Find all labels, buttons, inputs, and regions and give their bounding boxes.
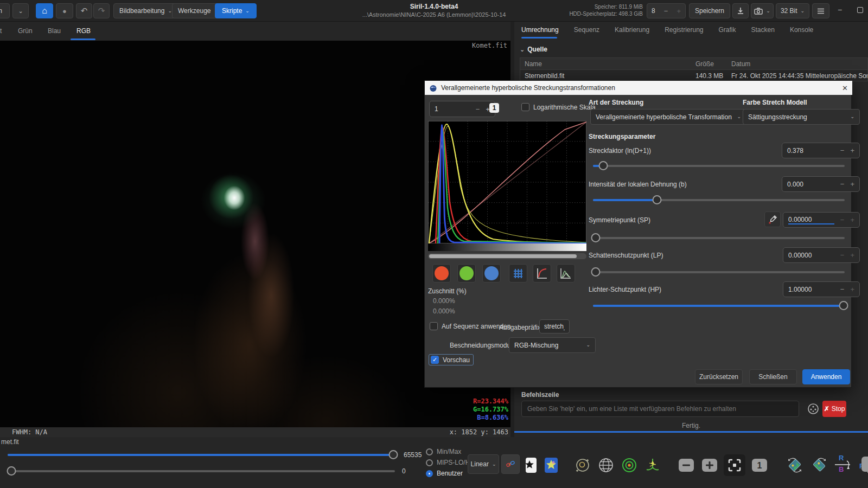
col-size[interactable]: Größe (695, 60, 724, 68)
color-model-dropdown[interactable]: Sättigungsstreckung ⌄ (743, 109, 860, 125)
zoom-in-button[interactable] (700, 456, 719, 474)
param-d-slider[interactable] (593, 165, 845, 167)
command-list-button[interactable] (806, 402, 820, 416)
tab-kalibrierung[interactable]: Kalibrierung (615, 26, 649, 34)
maximize-button[interactable] (857, 7, 863, 13)
bit-depth-dropdown[interactable]: 32 Bit⌄ (776, 3, 809, 18)
display-mode-dropdown[interactable]: Linear⌄ (468, 454, 499, 474)
redo-button[interactable]: ↷ (93, 3, 110, 18)
tab-blau[interactable]: Blau (48, 27, 61, 35)
plus-icon[interactable]: + (850, 286, 854, 293)
source-expander[interactable]: ⌄ Quelle (520, 46, 547, 53)
record-button[interactable]: ● (56, 3, 73, 18)
param-sp-slider[interactable] (593, 237, 845, 239)
zoom-one-button[interactable]: 1 (750, 456, 769, 474)
clip-mode-dropdown[interactable]: RGB-Mischung ⌄ (509, 337, 596, 353)
single-channel-toggle[interactable]: 1 (489, 103, 499, 113)
cut-off-button-fragment[interactable] (861, 457, 868, 472)
col-name[interactable]: Name (520, 60, 695, 68)
star-detection-button[interactable] (543, 456, 559, 474)
radio-user[interactable]: Benutzer (426, 470, 463, 477)
minus-icon[interactable]: − (840, 181, 845, 188)
histogram-plot[interactable] (428, 121, 586, 251)
tab-umrechnung[interactable]: Umrechnung (521, 26, 559, 34)
star-profile-button[interactable] (643, 456, 662, 474)
param-lp-spinbox[interactable]: 0.00000 − + (783, 247, 860, 263)
flip-vertical-button[interactable]: R B (834, 455, 853, 475)
scripts-menu[interactable]: Skripte⌄ (215, 3, 257, 18)
minus-icon[interactable]: − (840, 216, 845, 223)
close-button[interactable]: Schließen (749, 369, 797, 384)
plus-icon[interactable]: + (850, 216, 854, 223)
plus-icon[interactable]: + (850, 147, 854, 154)
blue-channel-toggle[interactable] (482, 264, 501, 282)
param-b-slider[interactable] (593, 199, 845, 201)
reset-button[interactable]: Zurücksetzen (695, 369, 743, 384)
col-date[interactable]: Datum (724, 60, 867, 68)
scrollbar-thumb[interactable] (429, 254, 577, 258)
param-hp-slider[interactable] (593, 305, 845, 307)
preview-checkbox[interactable]: ✓ Vorschau (429, 354, 474, 365)
minus-icon[interactable]: − (664, 8, 668, 15)
green-channel-toggle[interactable] (457, 264, 476, 282)
tab-sequenz[interactable]: Sequenz (574, 26, 599, 34)
stop-button[interactable]: ✗ Stop (822, 401, 846, 417)
tab-konsole[interactable]: Konsole (790, 26, 813, 34)
photometry-target-button[interactable] (620, 456, 639, 474)
output-prefix-input[interactable] (539, 319, 570, 333)
dialog-close-button[interactable]: ✕ (842, 84, 848, 92)
stretch-type-dropdown[interactable]: Verallgemeinerte hyperbolische Transform… (590, 109, 746, 125)
globe-grid-button[interactable] (597, 456, 615, 474)
param-d-spinbox[interactable]: 0.378 − + (782, 143, 860, 158)
table-row[interactable]: Sternenbild.fit 140.3 MB Fr 24. Okt 2025… (520, 70, 867, 81)
log-scale-checkbox[interactable]: Logarithmische Skala (521, 103, 596, 111)
histogram-toggle-button[interactable] (557, 264, 575, 282)
tab-rgb[interactable]: RGB (76, 27, 91, 35)
tab-grafik[interactable]: Grafik (719, 26, 736, 34)
save-as-button[interactable] (732, 3, 749, 18)
plus-icon[interactable]: + (676, 8, 681, 15)
param-b-spinbox[interactable]: 0.000 − + (782, 176, 860, 192)
slider-thumb[interactable] (653, 195, 662, 204)
param-hp-spinbox[interactable]: 1.00000 − + (783, 281, 860, 297)
link-channels-button[interactable] (501, 454, 520, 474)
grid-toggle-button[interactable] (509, 264, 527, 282)
platesolve-button[interactable] (573, 456, 592, 474)
red-channel-toggle[interactable] (432, 264, 451, 282)
tab-rot-fragment[interactable]: t (0, 27, 2, 35)
slider-thumb[interactable] (598, 161, 608, 170)
param-sp-spinbox[interactable]: 0.00000 − + (783, 212, 860, 228)
plus-icon[interactable]: + (850, 252, 854, 259)
curve-toggle-button[interactable] (533, 264, 551, 282)
star-mask-button[interactable] (522, 456, 538, 474)
zoom-fit-button[interactable] (724, 454, 745, 476)
snapshot-button[interactable]: ⌄ (751, 3, 774, 18)
open-dropdown-button[interactable]: ⌄ (12, 3, 29, 18)
dialog-titlebar[interactable]: Verallgemeinerte hyperbolische Streckung… (425, 81, 852, 95)
save-button[interactable]: Speichern (689, 3, 730, 18)
low-slider-thumb[interactable] (7, 466, 16, 476)
undo-button[interactable]: ↶ (76, 3, 92, 18)
image-processing-menu[interactable]: Bildbearbeitung⌄ (113, 3, 178, 18)
tab-gruen[interactable]: Grün (18, 27, 33, 35)
slider-thumb[interactable] (591, 267, 600, 277)
rotate-right-button[interactable] (809, 455, 829, 475)
open-button-fragment[interactable]: hen (0, 3, 10, 18)
command-input[interactable] (521, 401, 799, 417)
slider-thumb[interactable] (591, 233, 600, 242)
minimize-button[interactable]: − (834, 5, 845, 14)
minus-icon[interactable]: − (476, 106, 480, 113)
channel-spinner[interactable]: 1 − + (429, 101, 495, 117)
radio-minmax[interactable]: Min/Max (426, 448, 461, 455)
plus-icon[interactable]: + (850, 181, 854, 188)
slider-thumb[interactable] (839, 301, 848, 310)
apply-button[interactable]: Anwenden (802, 369, 850, 384)
home-button[interactable]: ⌂ (36, 3, 53, 18)
rotate-left-button[interactable] (785, 455, 805, 475)
minus-icon[interactable]: − (840, 252, 845, 259)
minus-icon[interactable]: − (840, 286, 845, 293)
radio-mips[interactable]: MIPS-LO/HI (426, 459, 472, 466)
display-high-slider[interactable] (8, 454, 395, 456)
display-low-slider[interactable] (8, 470, 395, 472)
histogram-scrollbar[interactable] (428, 253, 586, 259)
